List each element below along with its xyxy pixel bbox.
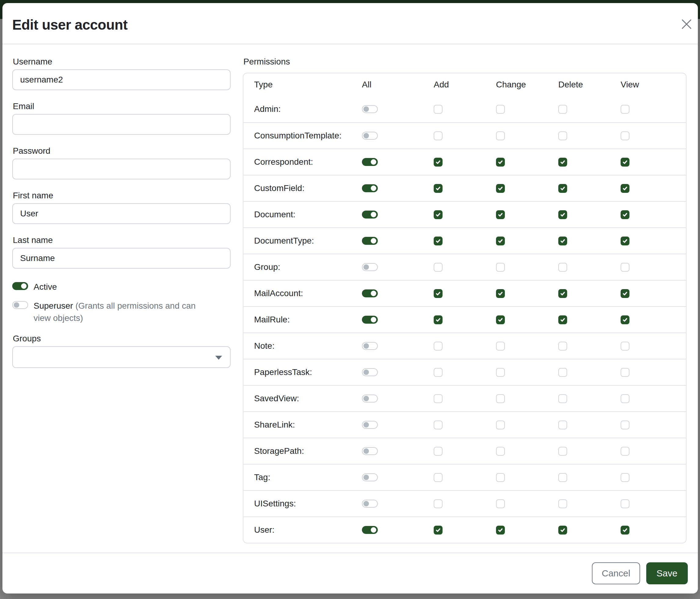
permission-add-checkbox[interactable] — [434, 289, 443, 298]
permission-change-checkbox[interactable] — [496, 263, 505, 272]
permission-all-toggle[interactable] — [362, 211, 378, 218]
close-button[interactable] — [679, 17, 694, 32]
permission-all-toggle[interactable] — [362, 526, 378, 534]
permission-view-checkbox[interactable] — [621, 158, 629, 167]
permission-delete-checkbox[interactable] — [558, 473, 567, 482]
permission-all-toggle[interactable] — [362, 132, 378, 140]
permission-view-checkbox[interactable] — [621, 499, 629, 508]
permission-delete-checkbox[interactable] — [558, 237, 567, 245]
cancel-button[interactable]: Cancel — [592, 562, 640, 584]
permission-delete-checkbox[interactable] — [558, 526, 567, 534]
permission-all-toggle[interactable] — [362, 394, 378, 403]
permission-change-checkbox[interactable] — [496, 394, 505, 403]
permission-delete-checkbox[interactable] — [558, 131, 567, 140]
permission-add-checkbox[interactable] — [434, 263, 443, 272]
permission-change-checkbox[interactable] — [496, 447, 505, 456]
permission-all-toggle[interactable] — [362, 289, 378, 297]
permission-view-checkbox[interactable] — [621, 473, 629, 482]
permission-view-checkbox[interactable] — [621, 447, 629, 456]
permission-add-checkbox[interactable] — [434, 131, 443, 140]
permission-add-checkbox[interactable] — [434, 473, 443, 482]
permission-type-label: Note: — [243, 341, 349, 351]
groups-select[interactable] — [12, 346, 231, 368]
permission-delete-checkbox[interactable] — [558, 289, 567, 298]
permission-view-checkbox[interactable] — [621, 315, 629, 324]
permission-change-checkbox[interactable] — [496, 315, 505, 324]
permission-delete-checkbox[interactable] — [558, 210, 567, 219]
last-name-input[interactable] — [12, 248, 231, 269]
groups-label: Groups — [13, 333, 231, 344]
permission-add-checkbox[interactable] — [434, 184, 443, 193]
permission-all-toggle[interactable] — [362, 473, 378, 481]
active-toggle[interactable] — [12, 282, 28, 290]
permission-change-checkbox[interactable] — [496, 158, 505, 167]
permission-delete-checkbox[interactable] — [558, 158, 567, 167]
permission-view-checkbox[interactable] — [621, 105, 629, 114]
permission-view-checkbox[interactable] — [621, 263, 629, 272]
permission-delete-checkbox[interactable] — [558, 315, 567, 324]
permission-all-toggle[interactable] — [362, 263, 378, 271]
permission-add-checkbox[interactable] — [434, 210, 443, 219]
permission-delete-checkbox[interactable] — [558, 421, 567, 429]
permission-view-checkbox[interactable] — [621, 237, 629, 245]
permission-delete-checkbox[interactable] — [558, 342, 567, 351]
permission-add-checkbox[interactable] — [434, 237, 443, 245]
permission-all-toggle[interactable] — [362, 421, 378, 429]
permission-change-checkbox[interactable] — [496, 105, 505, 114]
permission-all-toggle[interactable] — [362, 368, 378, 376]
permission-add-checkbox[interactable] — [434, 447, 443, 456]
permission-delete-checkbox[interactable] — [558, 263, 567, 272]
permission-view-checkbox[interactable] — [621, 526, 629, 534]
permission-view-checkbox[interactable] — [621, 421, 629, 429]
permission-change-checkbox[interactable] — [496, 131, 505, 140]
permission-view-checkbox[interactable] — [621, 289, 629, 298]
permission-delete-checkbox[interactable] — [558, 499, 567, 508]
permission-delete-checkbox[interactable] — [558, 394, 567, 403]
permission-view-checkbox[interactable] — [621, 368, 629, 377]
permission-add-checkbox[interactable] — [434, 526, 443, 534]
permission-all-toggle[interactable] — [362, 105, 378, 113]
permission-change-checkbox[interactable] — [496, 421, 505, 429]
permission-delete-checkbox[interactable] — [558, 368, 567, 377]
email-input[interactable] — [12, 114, 231, 135]
permission-view-checkbox[interactable] — [621, 394, 629, 403]
permission-delete-checkbox[interactable] — [558, 184, 567, 193]
permission-delete-checkbox[interactable] — [558, 447, 567, 456]
permission-type-label: Correspondent: — [243, 157, 349, 167]
permission-add-checkbox[interactable] — [434, 105, 443, 114]
permission-view-checkbox[interactable] — [621, 210, 629, 219]
superuser-toggle[interactable] — [12, 301, 28, 309]
permission-add-checkbox[interactable] — [434, 342, 443, 351]
permission-change-checkbox[interactable] — [496, 289, 505, 298]
permission-change-checkbox[interactable] — [496, 342, 505, 351]
permission-delete-checkbox[interactable] — [558, 105, 567, 114]
permission-change-checkbox[interactable] — [496, 184, 505, 193]
permission-add-checkbox[interactable] — [434, 158, 443, 167]
permission-add-checkbox[interactable] — [434, 394, 443, 403]
permission-all-toggle[interactable] — [362, 447, 378, 455]
username-input[interactable] — [12, 69, 231, 90]
permission-add-checkbox[interactable] — [434, 368, 443, 377]
permission-change-checkbox[interactable] — [496, 499, 505, 508]
permission-all-toggle[interactable] — [362, 316, 378, 324]
permission-all-toggle[interactable] — [362, 500, 378, 508]
permission-view-checkbox[interactable] — [621, 131, 629, 140]
save-button[interactable]: Save — [646, 562, 688, 584]
permission-row: MailRule: — [243, 306, 686, 333]
permission-add-checkbox[interactable] — [434, 315, 443, 324]
password-input[interactable] — [12, 159, 231, 179]
permission-all-toggle[interactable] — [362, 184, 378, 192]
permission-change-checkbox[interactable] — [496, 473, 505, 482]
permission-change-checkbox[interactable] — [496, 526, 505, 534]
permission-view-checkbox[interactable] — [621, 184, 629, 193]
permission-change-checkbox[interactable] — [496, 210, 505, 219]
permission-all-toggle[interactable] — [362, 342, 378, 350]
first-name-input[interactable] — [12, 203, 231, 224]
permission-all-toggle[interactable] — [362, 158, 378, 166]
permission-all-toggle[interactable] — [362, 237, 378, 245]
permission-change-checkbox[interactable] — [496, 368, 505, 377]
permission-change-checkbox[interactable] — [496, 237, 505, 245]
permission-add-checkbox[interactable] — [434, 499, 443, 508]
permission-add-checkbox[interactable] — [434, 421, 443, 429]
permission-view-checkbox[interactable] — [621, 342, 629, 351]
